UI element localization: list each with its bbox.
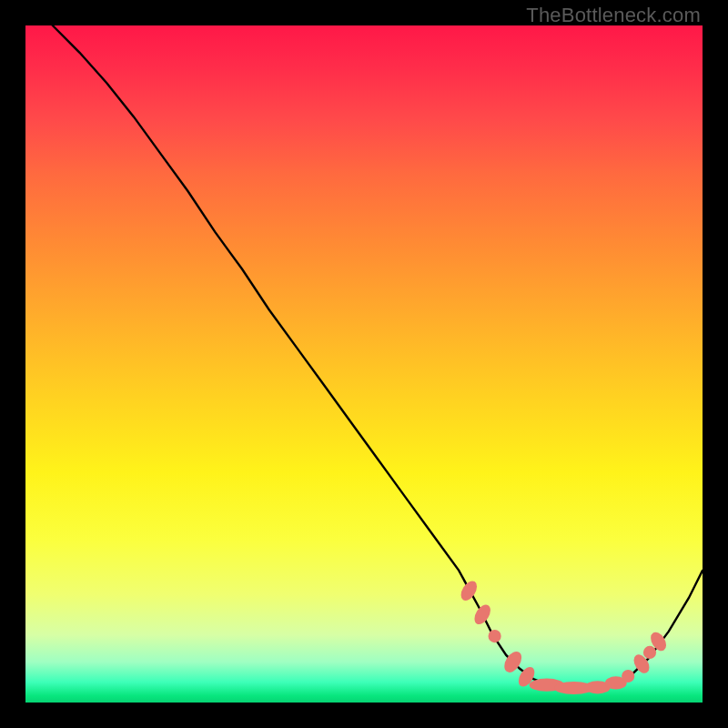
curve-markers [458, 578, 670, 694]
curve-marker [643, 646, 656, 659]
bottleneck-curve [53, 25, 703, 688]
chart-frame: TheBottleneck.com [0, 0, 728, 728]
curve-marker [458, 578, 480, 603]
curve-marker [622, 670, 634, 682]
curve-layer [25, 25, 703, 703]
curve-marker [489, 630, 501, 642]
curve-marker [471, 602, 494, 627]
plot-area [25, 25, 703, 703]
watermark-label: TheBottleneck.com [526, 4, 701, 27]
